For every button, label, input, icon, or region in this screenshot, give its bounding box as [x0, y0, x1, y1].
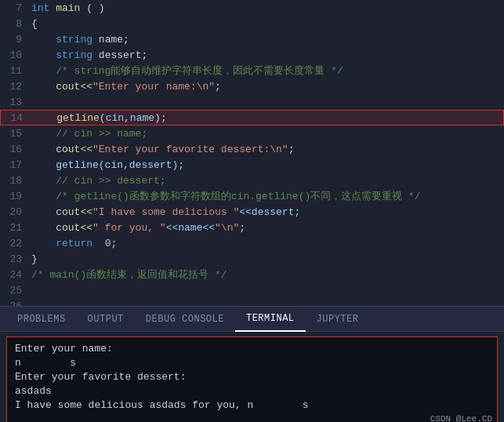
code-line: 10 string dessert;: [0, 47, 504, 63]
code-content: cout<<"I have some delicious "<<dessert;: [31, 206, 501, 218]
line-number: 12: [3, 81, 31, 93]
line-number: 20: [3, 206, 31, 218]
code-line: 24/* main()函数结束，返回值和花括号 */: [0, 267, 504, 282]
tabs-bar: PROBLEMSOUTPUTDEBUG CONSOLETERMINALJUPYT…: [0, 307, 504, 332]
code-content: // cin >> name;: [31, 128, 501, 140]
line-number: 19: [3, 191, 31, 202]
tab-terminal[interactable]: TERMINAL: [235, 307, 306, 332]
code-line: 17 getline(cin,dessert);: [0, 157, 504, 173]
line-number: 11: [3, 65, 31, 77]
line-number: 9: [3, 34, 31, 45]
code-content: /* getline()函数参数和字符数组的cin.getline()不同，这点…: [31, 189, 501, 203]
line-number: 25: [3, 285, 31, 296]
tab-output[interactable]: OUTPUT: [77, 307, 135, 332]
csdn-badge: CSDN @Lee.CD: [430, 414, 492, 422]
line-number: 8: [3, 18, 31, 30]
code-line: 18 // cin >> dessert;: [0, 173, 504, 188]
code-line: 16 cout<<"Enter your favorite dessert:\n…: [0, 141, 504, 157]
code-line: 22 return 0;: [0, 235, 504, 251]
code-line: 21 cout<<" for you, "<<name<<"\n";: [0, 220, 504, 235]
code-line: 26: [0, 298, 504, 306]
code-content: return 0;: [31, 238, 501, 249]
code-line: 7int main ( ): [0, 0, 504, 16]
code-content: // cin >> dessert;: [31, 175, 501, 187]
line-number: 10: [3, 49, 31, 61]
line-number: 13: [3, 96, 31, 108]
code-line: 14 getline(cin,name);: [0, 110, 504, 126]
code-content: cout<<" for you, "<<name<<"\n";: [31, 222, 501, 234]
editor-area: 7int main ( )8{9 string name;10 string d…: [0, 0, 504, 306]
code-content: cout<<"Enter your favorite dessert:\n";: [31, 144, 501, 155]
line-number: 24: [3, 269, 31, 281]
code-content: /* main()函数结束，返回值和花括号 */: [31, 267, 501, 282]
code-line: 25: [0, 282, 504, 298]
line-number: 22: [3, 238, 31, 249]
tab-problems[interactable]: PROBLEMS: [6, 307, 77, 332]
code-content: int main ( ): [31, 2, 501, 14]
code-content: string name;: [31, 34, 501, 45]
code-content: {: [31, 18, 501, 30]
line-number: 7: [3, 2, 31, 14]
code-line: 23}: [0, 251, 504, 267]
code-line: 9 string name;: [0, 31, 504, 47]
code-line: 13: [0, 94, 504, 110]
terminal-line: I have some delicious asdads for you, n …: [15, 398, 489, 413]
tab-debug-console[interactable]: DEBUG CONSOLE: [135, 307, 235, 332]
terminal-line: Enter your favorite dessert:: [15, 370, 489, 384]
bottom-panel: PROBLEMSOUTPUTDEBUG CONSOLETERMINALJUPYT…: [0, 306, 504, 422]
code-container: 7int main ( )8{9 string name;10 string d…: [0, 0, 504, 306]
code-content: getline(cin,dessert);: [31, 159, 501, 171]
code-line: 15 // cin >> name;: [0, 126, 504, 141]
code-content: /* string能够自动维护字符串长度，因此不需要长度常量 */: [31, 64, 501, 78]
line-number: 14: [4, 112, 32, 124]
line-number: 15: [3, 128, 31, 140]
terminal-line: Enter your name:: [15, 342, 489, 356]
line-number: 23: [3, 253, 31, 265]
code-content: }: [31, 253, 501, 265]
code-line: 19 /* getline()函数参数和字符数组的cin.getline()不同…: [0, 188, 504, 204]
terminal-line: n s: [15, 356, 489, 370]
terminal-area[interactable]: Enter your name:n sEnter your favorite d…: [6, 337, 498, 422]
line-number: 26: [3, 300, 31, 307]
code-line: 11 /* string能够自动维护字符串长度，因此不需要长度常量 */: [0, 63, 504, 78]
line-number: 18: [3, 175, 31, 187]
code-line: 12 cout<<"Enter your name:\n";: [0, 78, 504, 94]
line-number: 21: [3, 222, 31, 234]
code-line: 20 cout<<"I have some delicious "<<desse…: [0, 204, 504, 220]
code-content: string dessert;: [31, 49, 501, 61]
terminal-line: asdads: [15, 384, 489, 398]
code-line: 8{: [0, 16, 504, 31]
line-number: 16: [3, 144, 31, 155]
line-number: 17: [3, 159, 31, 171]
tab-jupyter[interactable]: JUPYTER: [306, 307, 370, 332]
code-content: cout<<"Enter your name:\n";: [31, 81, 501, 93]
code-content: getline(cin,name);: [32, 112, 500, 124]
